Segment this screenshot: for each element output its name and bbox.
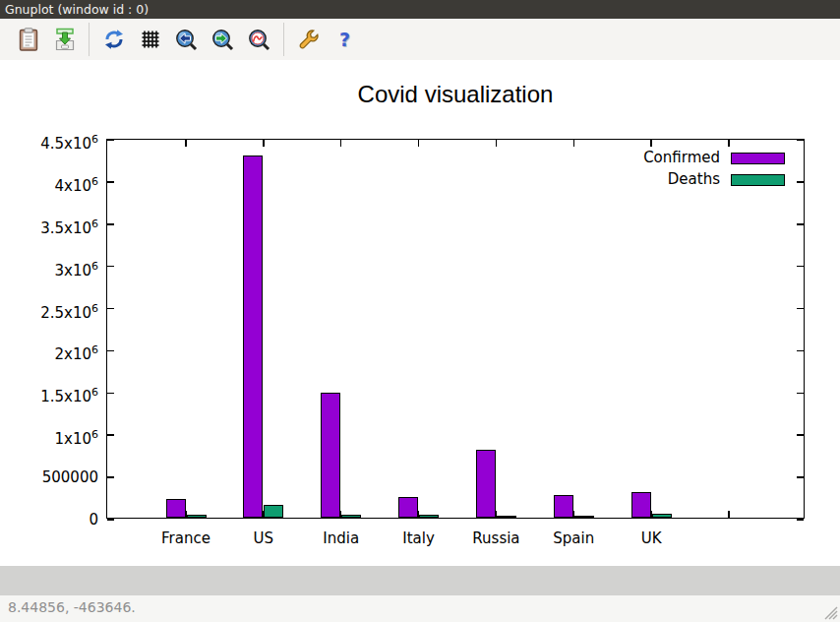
legend: Confirmed Deaths bbox=[643, 151, 785, 194]
plot-canvas[interactable]: Covid visualization Confirmed Deaths 050… bbox=[0, 60, 840, 566]
resize-grip-icon[interactable] bbox=[822, 604, 838, 620]
toolbar: ? bbox=[0, 19, 840, 60]
bar-deaths-uk bbox=[652, 514, 672, 518]
x-tick-mark bbox=[418, 140, 420, 147]
mouse-coordinates: 8.44856, -463646. bbox=[8, 599, 136, 615]
x-tick-mark bbox=[185, 140, 187, 147]
x-tick-mark bbox=[728, 511, 730, 518]
y-tick-mark bbox=[797, 434, 804, 436]
y-tick-label: 0 bbox=[5, 510, 98, 529]
y-tick-mark bbox=[797, 476, 804, 478]
bar-confirmed-us bbox=[243, 156, 263, 518]
plot-area[interactable]: Confirmed Deaths 05000001x1061.5x1062x10… bbox=[106, 139, 805, 519]
export-image-icon bbox=[53, 28, 77, 51]
bar-confirmed-france bbox=[166, 499, 186, 518]
y-tick-mark bbox=[797, 519, 804, 521]
window-title: Gnuplot (window id : 0) bbox=[5, 2, 149, 17]
y-tick-mark bbox=[107, 181, 114, 183]
bar-confirmed-spain bbox=[554, 495, 573, 518]
help-button[interactable]: ? bbox=[327, 22, 363, 57]
wrench-icon bbox=[297, 28, 321, 51]
export-image-button[interactable] bbox=[46, 22, 83, 57]
legend-label: Confirmed bbox=[643, 151, 720, 165]
toolbar-separator bbox=[89, 23, 90, 56]
zoom-previous-button[interactable] bbox=[168, 22, 205, 57]
legend-item-confirmed: Confirmed bbox=[643, 151, 785, 165]
settings-button[interactable] bbox=[290, 22, 327, 57]
y-tick-mark bbox=[107, 308, 114, 310]
y-tick-mark bbox=[797, 181, 804, 183]
zoom-reset-icon bbox=[248, 29, 270, 51]
y-tick-label: 2.5x106 bbox=[5, 299, 98, 323]
zoom-previous-icon bbox=[175, 29, 198, 51]
legend-swatch-confirmed bbox=[731, 153, 785, 164]
y-tick-mark bbox=[797, 266, 804, 268]
x-tick-mark bbox=[340, 140, 342, 147]
y-tick-label: 3x106 bbox=[5, 257, 98, 280]
x-tick-mark bbox=[496, 140, 498, 147]
x-tick-mark bbox=[650, 140, 652, 147]
x-tick-mark bbox=[263, 140, 265, 147]
bar-deaths-india bbox=[341, 515, 361, 518]
bar-deaths-us bbox=[264, 505, 283, 518]
y-tick-label: 3.5x106 bbox=[5, 215, 98, 238]
y-tick-mark bbox=[797, 223, 804, 225]
legend-swatch-deaths bbox=[731, 174, 785, 186]
grid-icon bbox=[141, 30, 160, 49]
toolbar-separator bbox=[283, 23, 284, 56]
bar-confirmed-india bbox=[321, 393, 340, 518]
y-tick-mark bbox=[107, 350, 114, 352]
y-tick-mark bbox=[797, 350, 804, 352]
bar-deaths-spain bbox=[574, 516, 594, 519]
replot-button[interactable] bbox=[95, 22, 132, 57]
bar-confirmed-italy bbox=[398, 497, 418, 518]
bar-confirmed-uk bbox=[631, 492, 651, 518]
window-titlebar[interactable]: Gnuplot (window id : 0) bbox=[0, 0, 840, 19]
statusbar: 8.44856, -463646. bbox=[0, 595, 840, 622]
y-tick-mark bbox=[797, 308, 804, 310]
copy-to-clipboard-button[interactable] bbox=[10, 22, 46, 57]
y-tick-mark bbox=[797, 139, 804, 141]
x-tick-mark bbox=[573, 140, 575, 147]
chart-title: Covid visualization bbox=[106, 81, 805, 108]
help-icon: ? bbox=[339, 29, 350, 50]
y-tick-mark bbox=[107, 519, 114, 521]
y-tick-mark bbox=[797, 393, 804, 395]
bottom-strip bbox=[0, 566, 840, 595]
y-tick-label: 1.5x106 bbox=[5, 383, 98, 406]
y-tick-label: 4.5x106 bbox=[5, 130, 98, 154]
y-tick-mark bbox=[107, 393, 114, 395]
y-tick-label: 500000 bbox=[5, 467, 98, 487]
bar-deaths-italy bbox=[419, 515, 439, 518]
bar-deaths-france bbox=[187, 515, 207, 518]
x-tick-label: UK bbox=[592, 529, 710, 547]
autoscale-button[interactable] bbox=[241, 22, 277, 57]
clipboard-icon bbox=[18, 28, 39, 51]
toggle-grid-button[interactable] bbox=[132, 22, 168, 57]
legend-label: Deaths bbox=[668, 172, 720, 187]
bar-deaths-russia bbox=[497, 516, 516, 519]
y-tick-label: 4x106 bbox=[5, 172, 98, 196]
y-tick-mark bbox=[107, 139, 114, 141]
zoom-next-icon bbox=[211, 29, 234, 51]
y-tick-label: 2x106 bbox=[5, 341, 98, 364]
zoom-next-button[interactable] bbox=[205, 22, 241, 57]
refresh-icon bbox=[103, 29, 125, 50]
legend-item-deaths: Deaths bbox=[643, 172, 785, 187]
y-tick-mark bbox=[107, 266, 114, 268]
bar-confirmed-russia bbox=[476, 450, 496, 518]
y-tick-mark bbox=[107, 476, 114, 478]
y-tick-mark bbox=[107, 434, 114, 436]
y-tick-label: 1x106 bbox=[5, 425, 98, 449]
y-tick-mark bbox=[107, 223, 114, 225]
x-tick-mark bbox=[728, 140, 730, 147]
